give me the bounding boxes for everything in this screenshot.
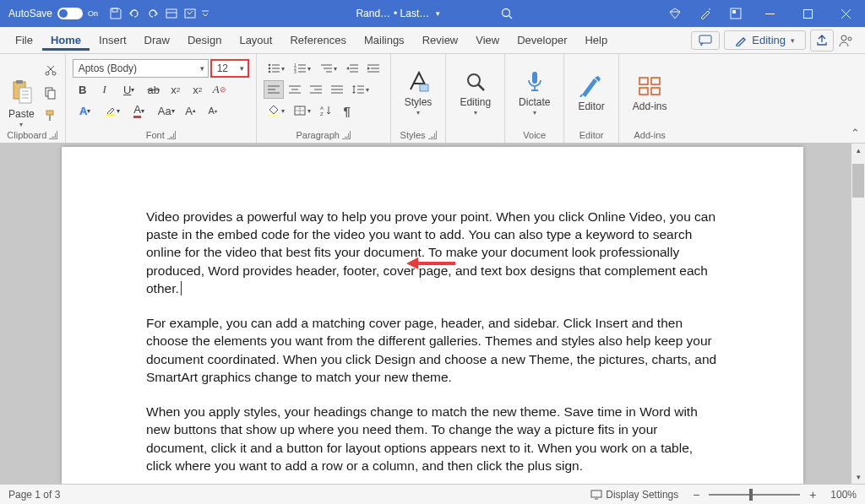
menu-layout[interactable]: Layout — [231, 30, 280, 51]
menu-references[interactable]: References — [281, 30, 354, 51]
change-case-button[interactable]: Aa ▾ — [154, 101, 179, 120]
multilevel-button[interactable]: ▾ — [316, 59, 341, 78]
qat-icon1[interactable] — [162, 4, 181, 23]
autosave-toggle[interactable] — [57, 8, 83, 19]
editor-button[interactable]: Editor — [569, 57, 612, 128]
undo-icon[interactable] — [125, 4, 144, 23]
sort-button[interactable]: AZ — [316, 101, 336, 120]
clipboard-launcher[interactable] — [49, 131, 57, 139]
copy-icon[interactable] — [43, 85, 58, 100]
shrink-font-button[interactable]: A▾ — [203, 101, 223, 120]
group-clipboard: Paste ▾ Clipboard — [0, 54, 66, 143]
show-marks-button[interactable]: ¶ — [337, 101, 357, 120]
save-icon[interactable] — [106, 4, 125, 23]
menu-developer[interactable]: Developer — [509, 30, 575, 51]
qat-icon2[interactable] — [181, 4, 199, 23]
qat-dropdown-icon[interactable] — [199, 4, 211, 23]
display-settings-button[interactable]: Display Settings — [590, 489, 678, 501]
svg-text:A: A — [320, 106, 324, 111]
menu-design[interactable]: Design — [179, 30, 230, 51]
align-left-button[interactable] — [264, 80, 284, 99]
diamond-icon[interactable] — [660, 4, 690, 23]
subscript-button[interactable]: x2 — [166, 80, 186, 99]
line-spacing-button[interactable]: ▾ — [348, 80, 373, 99]
zoom-in-button[interactable]: + — [807, 488, 819, 501]
collab-icon[interactable] — [835, 30, 858, 51]
styles-button[interactable]: Styles ▾ — [396, 57, 441, 128]
clear-format-icon[interactable]: A⊘ — [209, 80, 230, 99]
align-center-button[interactable] — [285, 80, 305, 99]
superscript-button[interactable]: x2 — [188, 80, 208, 99]
menu-home[interactable]: Home — [42, 30, 90, 51]
font-color-button[interactable]: A ▾ — [127, 101, 152, 120]
increase-indent-button[interactable] — [363, 59, 384, 78]
bold-button[interactable]: B — [73, 80, 93, 99]
strike-button[interactable]: ab — [144, 80, 164, 99]
zoom-level[interactable]: 100% — [830, 489, 857, 501]
app-icon[interactable] — [721, 4, 751, 23]
autosave-on: On — [88, 9, 98, 18]
format-painter-icon[interactable] — [43, 108, 58, 123]
paste-button[interactable]: Paste ▾ — [5, 57, 38, 128]
justify-button[interactable] — [327, 80, 347, 99]
font-size-select[interactable]: 12▾ — [210, 59, 249, 78]
doc-title[interactable]: Rand… • Last… ▾ — [347, 8, 449, 19]
pen-sparkle-icon[interactable] — [690, 4, 721, 23]
scroll-down-icon[interactable]: ▾ — [851, 470, 865, 484]
font-name-select[interactable]: Aptos (Body)▾ — [73, 59, 209, 78]
shading-button[interactable]: ▾ — [264, 101, 289, 120]
document-page[interactable]: Video provides a powerful way to help yo… — [62, 147, 803, 484]
paragraph-launcher[interactable] — [342, 131, 351, 139]
dictate-button[interactable]: Dictate ▾ — [510, 57, 558, 128]
svg-point-15 — [841, 35, 846, 41]
align-right-button[interactable] — [306, 80, 326, 99]
grow-font-button[interactable]: A▴ — [181, 101, 201, 120]
microphone-icon — [522, 69, 547, 95]
highlight-button[interactable]: ▾ — [100, 101, 125, 120]
maximize-button[interactable] — [789, 0, 827, 27]
menu-file[interactable]: File — [7, 30, 41, 51]
borders-button[interactable]: ▾ — [290, 101, 315, 120]
svg-text:3: 3 — [294, 69, 296, 73]
decrease-indent-button[interactable] — [342, 59, 362, 78]
text-effects-button[interactable]: A ▾ — [73, 101, 98, 120]
svg-rect-30 — [49, 115, 51, 121]
minimize-button[interactable] — [751, 0, 789, 27]
find-icon — [463, 69, 488, 95]
menu-review[interactable]: Review — [414, 30, 467, 51]
scroll-up-icon[interactable]: ▴ — [851, 144, 865, 157]
styles-launcher[interactable] — [428, 131, 437, 139]
collapse-ribbon-icon[interactable]: ⌃ — [851, 127, 860, 139]
menu-mailings[interactable]: Mailings — [356, 30, 413, 51]
page-indicator[interactable]: Page 1 of 3 — [8, 489, 60, 501]
svg-rect-19 — [19, 88, 31, 103]
menu-view[interactable]: View — [467, 30, 508, 51]
svg-point-16 — [848, 37, 851, 41]
addins-button[interactable]: Add-ins — [624, 57, 676, 128]
zoom-slider[interactable] — [709, 494, 800, 496]
menu-insert[interactable]: Insert — [90, 30, 135, 51]
svg-line-25 — [48, 66, 54, 72]
status-bar: Page 1 of 3 Display Settings − + 100% — [0, 484, 865, 504]
svg-text:Z: Z — [320, 111, 324, 117]
menu-help[interactable]: Help — [576, 30, 616, 51]
italic-button[interactable]: I — [95, 80, 115, 99]
vertical-scrollbar[interactable]: ▴ ▾ — [851, 144, 865, 484]
autosave[interactable]: AutoSave On — [0, 8, 106, 19]
font-launcher[interactable] — [167, 131, 176, 139]
cut-icon[interactable] — [43, 62, 58, 78]
search-icon[interactable] — [490, 4, 524, 23]
editing-button[interactable]: Editing ▾ — [451, 57, 499, 128]
comments-button[interactable] — [691, 31, 720, 50]
share-button[interactable] — [810, 30, 834, 51]
scroll-thumb[interactable] — [852, 164, 864, 198]
redo-icon[interactable] — [144, 4, 162, 23]
svg-rect-11 — [803, 9, 812, 18]
underline-button[interactable]: U ▾ — [117, 80, 142, 99]
menu-draw[interactable]: Draw — [136, 30, 178, 51]
numbering-button[interactable]: 123▾ — [290, 59, 315, 78]
bullets-button[interactable]: ▾ — [264, 59, 289, 78]
editing-mode-button[interactable]: Editing ▾ — [724, 30, 806, 50]
zoom-out-button[interactable]: − — [690, 488, 702, 501]
close-button[interactable] — [827, 0, 865, 27]
